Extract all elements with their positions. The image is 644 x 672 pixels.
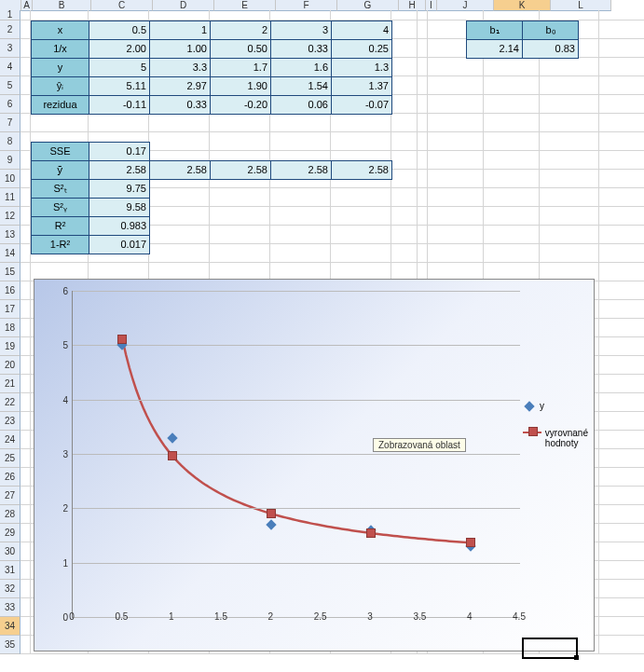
plot-area[interactable] xyxy=(72,291,520,618)
data-point-fitted[interactable] xyxy=(366,528,376,538)
row-1[interactable]: 1 xyxy=(0,10,21,21)
row-15[interactable]: 15 xyxy=(0,263,21,281)
val-ybar[interactable]: 2.58 xyxy=(89,161,150,180)
cell[interactable]: 0.50 xyxy=(211,40,271,59)
ybar-extra[interactable]: 2.58 2.58 2.58 2.58 xyxy=(149,160,392,180)
row-9[interactable]: 9 xyxy=(0,151,21,170)
hdr-b1[interactable]: b₁ xyxy=(467,21,523,40)
cell[interactable]: 5 xyxy=(89,59,150,77)
cell[interactable]: -0.20 xyxy=(211,96,271,115)
cell[interactable]: 2 xyxy=(211,21,271,40)
cell[interactable]: 3 xyxy=(271,21,332,40)
row-31[interactable]: 31 xyxy=(0,561,21,580)
row-29[interactable]: 29 xyxy=(0,524,21,542)
hdr-r2[interactable]: R² xyxy=(32,217,89,236)
data-point-fitted[interactable] xyxy=(168,451,177,460)
row-14[interactable]: 14 xyxy=(0,244,21,263)
data-point-fitted[interactable] xyxy=(466,538,475,547)
cell[interactable]: 2.58 xyxy=(211,161,271,180)
val-st2[interactable]: 9.75 xyxy=(89,180,150,199)
cell[interactable]: 2.97 xyxy=(150,77,211,96)
row-30[interactable]: 30 xyxy=(0,542,21,561)
val-b0[interactable]: 0.83 xyxy=(523,40,579,59)
val-b1[interactable]: 2.14 xyxy=(467,40,523,59)
cell[interactable]: 2.58 xyxy=(150,161,211,180)
column-headers[interactable]: A B C D E F G H I J K L xyxy=(0,0,644,10)
cell[interactable]: 1.54 xyxy=(271,77,332,96)
cell[interactable]: 4 xyxy=(332,21,392,40)
row-17[interactable]: 17 xyxy=(0,300,21,319)
cell[interactable]: -0.11 xyxy=(89,96,150,115)
row-27[interactable]: 27 xyxy=(0,487,21,505)
row-20[interactable]: 20 xyxy=(0,356,21,375)
row-26[interactable]: 26 xyxy=(0,468,21,487)
row-5[interactable]: 5 xyxy=(0,76,21,95)
legend-fitted[interactable]: vyrovnanéhodnoty xyxy=(523,428,588,448)
cell[interactable]: 0.33 xyxy=(271,40,332,59)
row-3[interactable]: 3 xyxy=(0,39,21,58)
cell[interactable]: 0.25 xyxy=(332,40,392,59)
row-19[interactable]: 19 xyxy=(0,337,21,356)
cell[interactable]: 5.11 xyxy=(89,77,150,96)
cell[interactable]: 2.58 xyxy=(332,161,392,180)
cell[interactable]: 2.00 xyxy=(89,40,150,59)
stats-table[interactable]: SSE0.17 ȳ2.58 S²ₜ9.75 S²ᵧ9.58 R²0.983 1-… xyxy=(31,142,150,254)
hdr-invx[interactable]: 1/x xyxy=(32,40,89,59)
val-sse[interactable]: 0.17 xyxy=(89,143,150,161)
chart-legend[interactable]: y vyrovnanéhodnoty xyxy=(523,401,588,465)
row-6[interactable]: 6 xyxy=(0,95,21,114)
row-8[interactable]: 8 xyxy=(0,132,21,151)
cell[interactable]: -0.07 xyxy=(332,96,392,115)
val-r2[interactable]: 0.983 xyxy=(89,217,150,236)
row-16[interactable]: 16 xyxy=(0,281,21,300)
hdr-yhat[interactable]: ŷᵢ xyxy=(32,77,89,96)
row-33[interactable]: 33 xyxy=(0,598,21,617)
row-21[interactable]: 21 xyxy=(0,375,21,393)
row-25[interactable]: 25 xyxy=(0,449,21,468)
row-13[interactable]: 13 xyxy=(0,226,21,244)
hdr-resid[interactable]: rezidua xyxy=(32,96,89,115)
row-10[interactable]: 10 xyxy=(0,170,21,188)
embedded-chart[interactable]: 0123456 00.511.522.533.544.5 y vyrovnané… xyxy=(34,279,595,651)
row-18[interactable]: 18 xyxy=(0,319,21,337)
cell[interactable]: 2.58 xyxy=(271,161,332,180)
cell[interactable]: 3.3 xyxy=(150,59,211,77)
row-32[interactable]: 32 xyxy=(0,580,21,598)
row-2[interactable]: 2 xyxy=(0,21,21,39)
row-7[interactable]: 7 xyxy=(0,114,21,132)
hdr-x[interactable]: x xyxy=(32,21,89,40)
cell[interactable]: 1.6 xyxy=(271,59,332,77)
cell[interactable]: 1.3 xyxy=(332,59,392,77)
cell[interactable]: 1 xyxy=(150,21,211,40)
cell[interactable]: 0.5 xyxy=(89,21,150,40)
val-sy2[interactable]: 9.58 xyxy=(89,199,150,217)
row-11[interactable]: 11 xyxy=(0,188,21,207)
val-1mr2[interactable]: 0.017 xyxy=(89,236,150,254)
hdr-ybar[interactable]: ȳ xyxy=(32,161,89,180)
data-table[interactable]: x 0.5 1 2 3 4 1/x 2.00 1.00 0.50 0.33 0.… xyxy=(31,21,392,115)
data-point-fitted[interactable] xyxy=(117,335,127,344)
cell[interactable]: 1.7 xyxy=(211,59,271,77)
row-35[interactable]: 35 xyxy=(0,636,21,654)
row-24[interactable]: 24 xyxy=(0,431,21,449)
hdr-sse[interactable]: SSE xyxy=(32,143,89,161)
cell[interactable]: 0.06 xyxy=(271,96,332,115)
data-point-fitted[interactable] xyxy=(267,509,276,518)
row-23[interactable]: 23 xyxy=(0,412,21,431)
legend-y[interactable]: y xyxy=(523,401,588,411)
row-12[interactable]: 12 xyxy=(0,207,21,226)
hdr-st2[interactable]: S²ₜ xyxy=(32,180,89,199)
row-34[interactable]: 34 xyxy=(0,617,21,636)
hdr-b0[interactable]: b₀ xyxy=(523,21,579,40)
cell[interactable]: 1.00 xyxy=(150,40,211,59)
cell[interactable]: 1.37 xyxy=(332,77,392,96)
row-headers[interactable]: 1234567891011121314151617181920212223242… xyxy=(0,10,21,654)
hdr-sy2[interactable]: S²ᵧ xyxy=(32,199,89,217)
coeff-table[interactable]: b₁ b₀ 2.14 0.83 xyxy=(466,21,579,59)
cell[interactable]: 1.90 xyxy=(211,77,271,96)
row-4[interactable]: 4 xyxy=(0,58,21,76)
row-22[interactable]: 22 xyxy=(0,393,21,412)
row-28[interactable]: 28 xyxy=(0,505,21,524)
hdr-1mr2[interactable]: 1-R² xyxy=(32,236,89,254)
hdr-y[interactable]: y xyxy=(32,59,89,77)
